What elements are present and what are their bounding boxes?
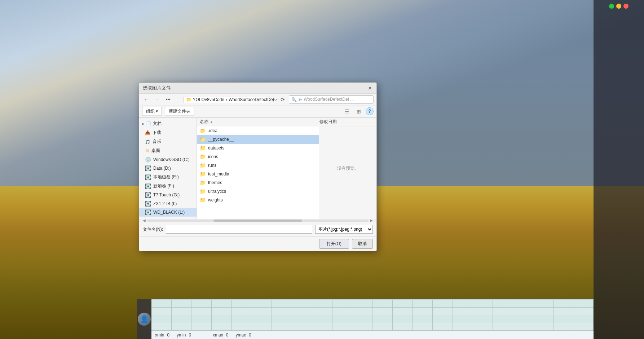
breadcrumb-part1[interactable]: YOLOv8v5Code	[193, 97, 224, 102]
sidebar-item-data-d[interactable]: 💽 Data (D:)	[139, 164, 197, 173]
table-cell	[453, 308, 473, 316]
table-cell	[573, 323, 594, 331]
traffic-light-green[interactable]	[609, 4, 614, 9]
table-cell	[232, 315, 252, 323]
table-cell	[292, 300, 312, 308]
actions-right: ☰ ⊞ ?	[342, 107, 374, 116]
table-cell	[252, 300, 272, 308]
table-cell	[292, 308, 312, 316]
table-cell	[191, 308, 212, 316]
actions-left: 组织 ▾ 新建文件夹	[142, 107, 194, 116]
table-cell	[191, 323, 212, 331]
col-date-header[interactable]: 修改日期	[319, 119, 374, 125]
drive-icon-i: 💽	[145, 201, 151, 207]
table-cell	[393, 308, 413, 316]
details-view-button[interactable]: ⊞	[354, 107, 363, 116]
file-picker-dialog: 选取图片文件 ✕ ← → ••• ↑ 📁 YOLOv8v5Code › Wood…	[139, 82, 377, 251]
filetype-select[interactable]: 图片(*.jpg;*.jpeg;*.png) 所有文件(*.*)	[315, 225, 373, 234]
sidebar-item-label-music: 音乐	[153, 139, 161, 145]
dialog-close-button[interactable]: ✕	[367, 85, 373, 91]
sidebar-item-new-f[interactable]: 💽 新加卷 (F:)	[139, 182, 197, 191]
list-view-button[interactable]: ☰	[342, 107, 352, 116]
hscroll-thumb[interactable]	[213, 220, 302, 222]
folder-icon-icons: 📁	[200, 154, 206, 160]
table-cell	[473, 308, 493, 316]
avatar: 👤	[138, 313, 151, 326]
folder-icon-themes: 📁	[200, 180, 206, 186]
table-cell	[493, 308, 513, 316]
hscroll-left-arrow[interactable]: ◀	[143, 218, 146, 222]
table-cell	[212, 300, 232, 308]
filename-input[interactable]	[166, 225, 312, 234]
table-cell	[151, 308, 172, 316]
dialog-nav-toolbar: ← → ••• ↑ 📁 YOLOv8v5Code › WoodSurfaceDe…	[139, 94, 376, 105]
breadcrumb-dropdown-button[interactable]: ▾	[270, 96, 277, 104]
ymax-value: 0	[249, 333, 251, 338]
table-cell	[212, 323, 232, 331]
sidebar-group-documents[interactable]: ▶ 📄 文档	[139, 119, 197, 128]
back-button[interactable]: ←	[142, 96, 151, 103]
traffic-light-yellow[interactable]	[616, 4, 621, 9]
sidebar-item-local-e[interactable]: 💽 本地磁盘 (E:)	[139, 173, 197, 182]
table-cell	[172, 323, 192, 331]
table-cell	[352, 323, 372, 331]
search-placeholder: 在 WoodSurfaceDefectDet ...	[298, 96, 354, 103]
drive-icon-d: 💽	[145, 165, 151, 171]
table-cell	[191, 300, 212, 308]
sidebar-item-zx1-i[interactable]: 💽 ZX1 2TB (I:)	[139, 199, 197, 208]
xmin-value: 0	[167, 333, 169, 338]
table-cell	[232, 300, 252, 308]
organize-button[interactable]: 组织 ▾	[142, 107, 162, 116]
folder-icon-test_media: 📁	[200, 171, 206, 177]
up-button[interactable]: ↑	[175, 96, 181, 103]
file-name-.idea: .idea	[208, 128, 317, 133]
table-cell	[473, 323, 493, 331]
table-cell	[453, 323, 473, 331]
breadcrumb-part2[interactable]: WoodSurfaceDefectDet	[229, 97, 274, 102]
folder-icon-music: 🎵	[145, 139, 150, 144]
breadcrumb-icon: 📁	[186, 97, 191, 102]
open-button[interactable]: 打开(O)	[319, 239, 349, 249]
table-cell	[413, 323, 433, 331]
table-cell	[473, 315, 493, 323]
sidebar-item-downloads[interactable]: 📥 下载	[139, 128, 197, 137]
table-cell	[352, 315, 372, 323]
new-folder-button[interactable]: 新建文件夹	[165, 107, 194, 116]
table-cell	[352, 308, 372, 316]
table-cell	[473, 300, 493, 308]
file-name-icons: icons	[208, 154, 317, 159]
table-cell	[191, 315, 212, 323]
dots-button[interactable]: •••	[164, 96, 173, 103]
breadcrumb-sep1: ›	[226, 97, 227, 102]
sidebar-item-t7-touch-g[interactable]: 💽 T7 Touch (G:)	[139, 191, 197, 199]
table-cell	[573, 300, 594, 308]
help-button[interactable]: ?	[366, 107, 374, 115]
sidebar-item-desktop[interactable]: 🖥 桌面	[139, 146, 197, 155]
table-cell	[453, 300, 473, 308]
sidebar-item-label-documents: 文档	[153, 121, 162, 127]
table-cell	[573, 308, 594, 316]
hscroll-right-arrow[interactable]: ▶	[370, 218, 373, 222]
col-name-header[interactable]: 名称 ▲	[200, 119, 319, 125]
traffic-light-red[interactable]	[623, 4, 628, 9]
col-sort-icon: ▲	[210, 120, 213, 124]
table-cell	[533, 315, 553, 323]
table-cell	[513, 315, 533, 323]
sidebar-item-wd-black-l[interactable]: 💽 WD_BLACK (L:)	[139, 208, 197, 217]
table-cell	[172, 315, 192, 323]
col-name-label: 名称	[200, 119, 208, 125]
sidebar-item-windows-ssd[interactable]: 💿 Windows-SSD (C:)	[139, 155, 197, 164]
forward-button[interactable]: →	[153, 96, 162, 103]
sidebar-item-music[interactable]: 🎵 音乐	[139, 137, 197, 146]
folder-icon-runs: 📁	[200, 162, 206, 168]
hscroll-track	[147, 220, 369, 222]
table-cell	[493, 323, 513, 331]
sidebar-item-label-windows-ssd: Windows-SSD (C:)	[153, 157, 190, 162]
cancel-button[interactable]: 取消	[352, 239, 373, 249]
table-cell	[172, 308, 192, 316]
table-cell	[252, 323, 272, 331]
folder-icon-weights: 📁	[200, 197, 206, 203]
table-cell	[372, 300, 393, 308]
refresh-button[interactable]: ⟳	[279, 96, 287, 104]
table-cell	[433, 308, 453, 316]
